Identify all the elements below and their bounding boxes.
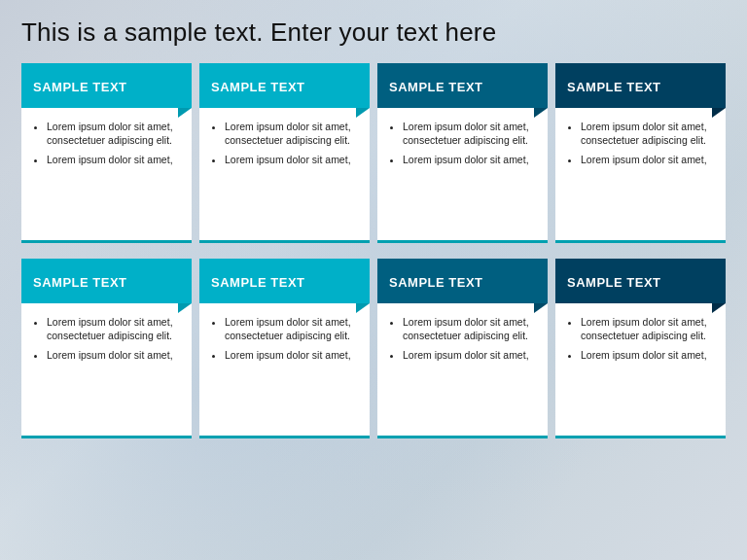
- card-header-wrapper-r2c4: SAMPLE TEXT: [555, 259, 726, 303]
- page-title: This is a sample text. Enter your text h…: [21, 18, 726, 48]
- card-header-wrapper-r2c1: SAMPLE TEXT: [21, 259, 192, 303]
- bullet-list-r1c1: Lorem ipsum dolor sit amet, consectetuer…: [33, 120, 180, 167]
- bullet-item-r2c2-0: Lorem ipsum dolor sit amet, consectetuer…: [225, 315, 358, 342]
- card-r1c2: SAMPLE TEXTLorem ipsum dolor sit amet, c…: [199, 63, 370, 243]
- card-r2c4: SAMPLE TEXTLorem ipsum dolor sit amet, c…: [555, 259, 726, 438]
- card-header-r1c3: SAMPLE TEXT: [377, 63, 548, 108]
- card-fold-r2c1: [178, 303, 192, 313]
- card-header-r1c1: SAMPLE TEXT: [21, 63, 192, 108]
- card-body-r1c2: Lorem ipsum dolor sit amet, consectetuer…: [199, 108, 370, 240]
- card-header-wrapper-r1c1: SAMPLE TEXT: [21, 63, 192, 108]
- card-body-r1c3: Lorem ipsum dolor sit amet, consectetuer…: [377, 108, 548, 240]
- bullet-item-r2c3-1: Lorem ipsum dolor sit amet,: [403, 348, 536, 362]
- card-body-r2c4: Lorem ipsum dolor sit amet, consectetuer…: [555, 303, 726, 436]
- card-r1c1: SAMPLE TEXTLorem ipsum dolor sit amet, c…: [21, 63, 192, 243]
- card-header-r2c3: SAMPLE TEXT: [377, 259, 548, 303]
- card-fold-r2c3: [534, 303, 548, 313]
- card-fold-r1c4: [712, 108, 726, 118]
- card-header-r1c2: SAMPLE TEXT: [199, 63, 370, 108]
- card-row-1: SAMPLE TEXTLorem ipsum dolor sit amet, c…: [21, 63, 726, 243]
- bullet-item-r2c2-1: Lorem ipsum dolor sit amet,: [225, 348, 358, 362]
- card-r2c2: SAMPLE TEXTLorem ipsum dolor sit amet, c…: [199, 259, 370, 438]
- bullet-list-r2c1: Lorem ipsum dolor sit amet, consectetuer…: [33, 315, 180, 363]
- card-fold-r1c2: [356, 108, 370, 118]
- card-body-r2c1: Lorem ipsum dolor sit amet, consectetuer…: [21, 303, 192, 436]
- bullet-item-r2c4-0: Lorem ipsum dolor sit amet, consectetuer…: [581, 315, 714, 342]
- bullet-item-r2c1-1: Lorem ipsum dolor sit amet,: [47, 348, 180, 362]
- bullet-list-r2c2: Lorem ipsum dolor sit amet, consectetuer…: [211, 315, 358, 363]
- card-row-2: SAMPLE TEXTLorem ipsum dolor sit amet, c…: [21, 259, 726, 438]
- card-r1c3: SAMPLE TEXTLorem ipsum dolor sit amet, c…: [377, 63, 548, 243]
- card-r2c3: SAMPLE TEXTLorem ipsum dolor sit amet, c…: [377, 259, 548, 438]
- card-body-r2c3: Lorem ipsum dolor sit amet, consectetuer…: [377, 303, 548, 436]
- card-body-r1c4: Lorem ipsum dolor sit amet, consectetuer…: [555, 108, 726, 240]
- card-r1c4: SAMPLE TEXTLorem ipsum dolor sit amet, c…: [555, 63, 726, 243]
- card-fold-r2c2: [356, 303, 370, 313]
- card-fold-r1c3: [534, 108, 548, 118]
- bullet-item-r1c4-0: Lorem ipsum dolor sit amet, consectetuer…: [581, 120, 714, 147]
- card-header-wrapper-r1c4: SAMPLE TEXT: [555, 63, 726, 108]
- bullet-list-r1c3: Lorem ipsum dolor sit amet, consectetuer…: [389, 120, 536, 167]
- card-r2c1: SAMPLE TEXTLorem ipsum dolor sit amet, c…: [21, 259, 192, 438]
- bullet-item-r1c3-0: Lorem ipsum dolor sit amet, consectetuer…: [403, 120, 536, 147]
- card-header-r2c1: SAMPLE TEXT: [21, 259, 192, 303]
- bullet-item-r2c4-1: Lorem ipsum dolor sit amet,: [581, 348, 714, 362]
- bullet-list-r2c3: Lorem ipsum dolor sit amet, consectetuer…: [389, 315, 536, 363]
- card-header-r2c4: SAMPLE TEXT: [555, 259, 726, 303]
- card-body-r2c2: Lorem ipsum dolor sit amet, consectetuer…: [199, 303, 370, 436]
- card-fold-r2c4: [712, 303, 726, 313]
- card-header-wrapper-r1c2: SAMPLE TEXT: [199, 63, 370, 108]
- bullet-item-r1c2-0: Lorem ipsum dolor sit amet, consectetuer…: [225, 120, 358, 147]
- bullet-item-r1c4-1: Lorem ipsum dolor sit amet,: [581, 153, 714, 166]
- card-body-r1c1: Lorem ipsum dolor sit amet, consectetuer…: [21, 108, 192, 240]
- bullet-item-r2c3-0: Lorem ipsum dolor sit amet, consectetuer…: [403, 315, 536, 342]
- bullet-item-r1c1-1: Lorem ipsum dolor sit amet,: [47, 153, 180, 166]
- bullet-list-r2c4: Lorem ipsum dolor sit amet, consectetuer…: [567, 315, 714, 363]
- bullet-item-r1c1-0: Lorem ipsum dolor sit amet, consectetuer…: [47, 120, 180, 147]
- bullet-list-r1c2: Lorem ipsum dolor sit amet, consectetuer…: [211, 120, 358, 167]
- card-header-wrapper-r1c3: SAMPLE TEXT: [377, 63, 548, 108]
- bullet-list-r1c4: Lorem ipsum dolor sit amet, consectetuer…: [567, 120, 714, 167]
- bullet-item-r1c2-1: Lorem ipsum dolor sit amet,: [225, 153, 358, 166]
- card-header-wrapper-r2c2: SAMPLE TEXT: [199, 259, 370, 303]
- card-header-wrapper-r2c3: SAMPLE TEXT: [377, 259, 548, 303]
- card-header-r2c2: SAMPLE TEXT: [199, 259, 370, 303]
- bullet-item-r2c1-0: Lorem ipsum dolor sit amet, consectetuer…: [47, 315, 180, 342]
- card-fold-r1c1: [178, 108, 192, 118]
- card-header-r1c4: SAMPLE TEXT: [555, 63, 726, 108]
- bullet-item-r1c3-1: Lorem ipsum dolor sit amet,: [403, 153, 536, 166]
